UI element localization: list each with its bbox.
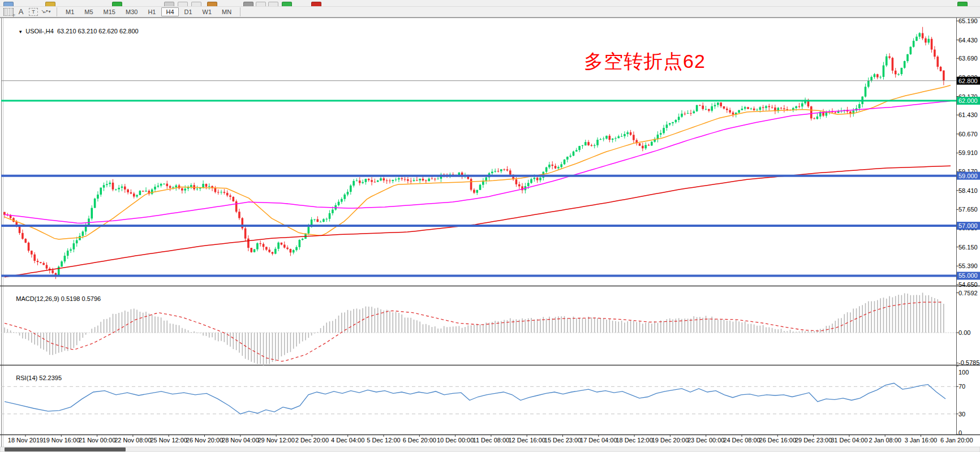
candlestick bbox=[915, 37, 918, 41]
candlestick bbox=[708, 109, 710, 111]
toolbar-separator bbox=[240, 7, 240, 16]
timeframe-button-m30[interactable]: M30 bbox=[121, 7, 142, 16]
candlestick bbox=[509, 170, 512, 174]
candlestick bbox=[316, 219, 319, 222]
candlestick bbox=[681, 114, 683, 117]
candlestick bbox=[648, 145, 650, 145]
timeframe-button-mn[interactable]: MN bbox=[217, 7, 236, 16]
candlestick bbox=[208, 186, 210, 187]
candlestick bbox=[660, 133, 662, 135]
timeframe-button-m5[interactable]: M5 bbox=[80, 7, 97, 16]
timeframe-button-m1[interactable]: M1 bbox=[61, 7, 79, 16]
annotate-text-button[interactable]: A bbox=[16, 7, 26, 16]
price-axis-label: 65.190 bbox=[958, 18, 978, 24]
candlestick bbox=[220, 192, 222, 192]
candlestick bbox=[747, 107, 749, 109]
candlestick bbox=[290, 249, 292, 252]
text-label-button[interactable]: T bbox=[28, 7, 38, 16]
candlestick bbox=[374, 182, 376, 182]
time-axis-label: 2 Jan 08:00 bbox=[869, 437, 901, 444]
candlestick bbox=[557, 167, 560, 168]
candlestick bbox=[19, 227, 21, 233]
shapes-arrows-button[interactable]: ↘↗ ▾ bbox=[41, 7, 51, 16]
timeframe-button-h4[interactable]: H4 bbox=[161, 7, 178, 16]
candlestick bbox=[142, 191, 144, 191]
candlestick bbox=[389, 180, 391, 181]
candlestick bbox=[798, 106, 801, 107]
candlestick bbox=[214, 188, 217, 192]
candlestick bbox=[591, 145, 593, 146]
indicator-grid-icon[interactable]: F bbox=[3, 7, 14, 16]
candlestick bbox=[663, 128, 665, 133]
candlestick bbox=[539, 178, 541, 180]
rsi-axis-label: 70 bbox=[958, 383, 965, 390]
candlestick bbox=[943, 71, 945, 81]
candlestick bbox=[870, 77, 872, 81]
candlestick bbox=[121, 187, 123, 188]
timeframe-button-m15[interactable]: M15 bbox=[99, 7, 120, 16]
candlestick bbox=[534, 178, 536, 179]
candlestick bbox=[587, 142, 590, 145]
candlestick bbox=[925, 38, 927, 43]
candlestick bbox=[723, 106, 725, 109]
candlestick bbox=[244, 229, 247, 239]
candlestick bbox=[693, 111, 695, 113]
candlestick bbox=[181, 188, 183, 191]
candlestick bbox=[922, 33, 924, 38]
timeframe-button-h1[interactable]: H1 bbox=[143, 7, 160, 16]
candlestick bbox=[154, 187, 156, 190]
candlestick bbox=[874, 74, 876, 77]
chart-text-annotation[interactable]: 多空转折点62 bbox=[584, 49, 706, 75]
rsi-axis-label: 0 bbox=[958, 429, 962, 436]
candlestick bbox=[783, 109, 785, 109]
time-axis-label: 11 Dec 08:00 bbox=[473, 437, 510, 444]
candlestick bbox=[596, 140, 599, 145]
candlestick bbox=[145, 191, 147, 191]
time-axis-label: 22 Nov 08:00 bbox=[114, 437, 151, 444]
time-axis-label: 10 Dec 00:00 bbox=[437, 437, 474, 444]
candlestick bbox=[139, 191, 141, 195]
candlestick bbox=[569, 156, 571, 157]
candlestick bbox=[368, 179, 370, 180]
candlestick bbox=[762, 107, 764, 108]
candlestick bbox=[696, 105, 698, 111]
candlestick bbox=[904, 61, 906, 68]
chart-canvas[interactable]: 65.19064.43063.69062.93062.17061.43060.6… bbox=[0, 18, 980, 452]
timeframe-button-w1[interactable]: W1 bbox=[198, 7, 217, 16]
time-axis-label: 3 Jan 16:00 bbox=[905, 437, 938, 444]
candlestick bbox=[431, 179, 433, 179]
timeframe-button-d1[interactable]: D1 bbox=[180, 7, 197, 16]
candlestick bbox=[560, 164, 562, 167]
candlestick bbox=[600, 139, 602, 140]
macd-axis-label: 0.00 bbox=[958, 329, 970, 336]
horizontal-scrollbar-thumb[interactable] bbox=[5, 447, 126, 451]
candlestick bbox=[416, 180, 418, 180]
candlestick bbox=[272, 252, 274, 254]
candlestick bbox=[362, 182, 364, 183]
time-axis-label: 21 Nov 00:00 bbox=[79, 437, 115, 444]
candlestick bbox=[879, 77, 882, 78]
candlestick bbox=[931, 39, 933, 50]
candlestick bbox=[22, 233, 24, 239]
time-axis-label: 17 Dec 04:00 bbox=[580, 437, 617, 444]
candlestick bbox=[476, 190, 478, 193]
price-axis-label: 57.650 bbox=[958, 206, 978, 213]
price-axis-label: 56.150 bbox=[958, 244, 978, 251]
time-axis-label: 19 Dec 20:00 bbox=[652, 437, 689, 444]
candlestick bbox=[906, 54, 909, 61]
candlestick bbox=[669, 123, 671, 124]
candlestick bbox=[506, 169, 509, 170]
horizontal-scrollbar-track[interactable] bbox=[0, 447, 980, 452]
time-axis-label: 6 Jan 20:00 bbox=[940, 437, 973, 444]
candlestick bbox=[897, 74, 900, 75]
letter-a-icon: A bbox=[19, 8, 24, 15]
candlestick bbox=[753, 109, 755, 110]
candlestick bbox=[205, 184, 208, 187]
candlestick bbox=[813, 118, 815, 119]
candlestick bbox=[720, 102, 722, 106]
chart-window: 65.19064.43063.69062.93062.17061.43060.6… bbox=[0, 18, 980, 452]
candlestick bbox=[687, 113, 689, 114]
candlestick bbox=[633, 135, 635, 140]
candlestick bbox=[485, 177, 487, 180]
candlestick bbox=[229, 195, 231, 196]
